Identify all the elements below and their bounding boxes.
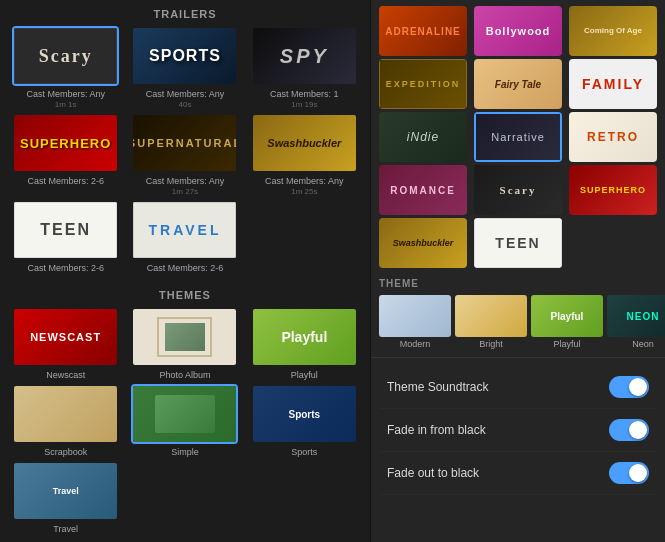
scrapbook-thumbnail[interactable] bbox=[12, 384, 119, 444]
bright-thumbnail[interactable] bbox=[455, 295, 527, 337]
travel-thumbnail[interactable]: TRAVEL bbox=[131, 200, 238, 260]
list-item[interactable]: Playful Playful bbox=[247, 307, 362, 380]
list-item[interactable]: SPY Cast Members: 11m 19s bbox=[247, 26, 362, 109]
bollywood-thumbnail[interactable]: Bollywood bbox=[474, 6, 562, 56]
list-item[interactable]: Narrative bbox=[472, 112, 564, 162]
modern-label: Modern bbox=[400, 339, 431, 349]
adrenaline-thumbnail[interactable]: ADRENALINE bbox=[379, 6, 467, 56]
right-superhero-thumbnail[interactable]: SUPERHERO bbox=[569, 165, 657, 215]
spy-thumbnail[interactable]: SPY bbox=[251, 26, 358, 86]
playful-caption: Playful bbox=[291, 370, 318, 380]
list-item[interactable]: Photo Album bbox=[127, 307, 242, 380]
teen-label: TEEN bbox=[40, 221, 91, 239]
neon-caption: Neon bbox=[632, 339, 654, 349]
list-item[interactable]: FAMILY bbox=[567, 59, 659, 109]
swashbuckler-thumbnail[interactable]: Swashbuckler bbox=[251, 113, 358, 173]
themes-grid: NEWSCAST Newscast Photo Album Playful Pl… bbox=[0, 307, 370, 542]
indie-thumbnail[interactable]: iNdie bbox=[379, 112, 467, 162]
list-item[interactable]: Scary bbox=[472, 165, 564, 215]
list-item[interactable]: Swashbuckler bbox=[377, 218, 469, 268]
list-item[interactable]: NEON Neon bbox=[607, 295, 665, 349]
playful-thumbnail[interactable]: Playful bbox=[251, 307, 358, 367]
fadein-toggle[interactable] bbox=[609, 419, 649, 441]
spy-caption: Cast Members: 11m 19s bbox=[270, 89, 339, 109]
family-thumbnail[interactable]: FAMILY bbox=[569, 59, 657, 109]
teen-thumbnail[interactable]: TEEN bbox=[12, 200, 119, 260]
scary-thumbnail[interactable]: Scary bbox=[12, 26, 119, 86]
list-item[interactable]: SPORTS Cast Members: Any40s bbox=[127, 26, 242, 109]
travel-caption: Cast Members: 2-6 bbox=[147, 263, 224, 273]
fadeout-setting: Fade out to black bbox=[379, 452, 657, 495]
soundtrack-label: Theme Soundtrack bbox=[387, 380, 488, 394]
list-item[interactable]: Bollywood bbox=[472, 6, 564, 56]
narrative-label: Narrative bbox=[491, 131, 545, 143]
newscast-thumbnail[interactable]: NEWSCAST bbox=[12, 307, 119, 367]
list-item[interactable]: ADRENALINE bbox=[377, 6, 469, 56]
right-swashbuckler-thumbnail[interactable]: Swashbuckler bbox=[379, 218, 467, 268]
fairytale-thumbnail[interactable]: Fairy Tale bbox=[474, 59, 562, 109]
supernatural-thumbnail[interactable]: SUPERNATURAL bbox=[131, 113, 238, 173]
modern-thumbnail[interactable] bbox=[379, 295, 451, 337]
list-item[interactable]: Modern bbox=[379, 295, 451, 349]
list-item[interactable]: TEEN Cast Members: 2-6 bbox=[8, 200, 123, 273]
travel2-thumbnail[interactable]: Travel bbox=[12, 461, 119, 521]
list-item[interactable]: RETRO bbox=[567, 112, 659, 162]
list-item[interactable]: EXPEDITION bbox=[377, 59, 469, 109]
list-item[interactable]: Coming Of Age bbox=[567, 6, 659, 56]
list-item[interactable]: TEEN bbox=[472, 218, 564, 268]
narrative-thumbnail[interactable]: Narrative bbox=[474, 112, 562, 162]
settings-section: Theme Soundtrack Fade in from black Fade… bbox=[371, 357, 665, 503]
retro-thumbnail[interactable]: RETRO bbox=[569, 112, 657, 162]
list-item[interactable]: Scary Cast Members: Any1m 1s bbox=[8, 26, 123, 109]
romance-thumbnail[interactable]: ROMANCE bbox=[379, 165, 467, 215]
right-trailers-grid: ADRENALINE Bollywood Coming Of Age EXPED… bbox=[371, 0, 665, 274]
list-item[interactable]: ROMANCE bbox=[377, 165, 469, 215]
sports-thumbnail[interactable]: SPORTS bbox=[131, 26, 238, 86]
list-item[interactable]: SUPERNATURAL Cast Members: Any1m 27s bbox=[127, 113, 242, 196]
comingofage-thumbnail[interactable]: Coming Of Age bbox=[569, 6, 657, 56]
playful-theme-caption: Playful bbox=[553, 339, 580, 349]
scary-label: Scary bbox=[39, 46, 93, 67]
list-item[interactable]: NEWSCAST Newscast bbox=[8, 307, 123, 380]
expedition-thumbnail[interactable]: EXPEDITION bbox=[379, 59, 467, 109]
superhero-label: SUPERHERO bbox=[20, 136, 111, 151]
playful-theme-thumbnail[interactable]: Playful bbox=[531, 295, 603, 337]
comingofage-label: Coming Of Age bbox=[584, 26, 642, 36]
right-teen-thumbnail[interactable]: TEEN bbox=[474, 218, 562, 268]
soundtrack-toggle[interactable] bbox=[609, 376, 649, 398]
photoalbum-thumbnail[interactable] bbox=[131, 307, 238, 367]
list-item[interactable]: Bright bbox=[455, 295, 527, 349]
list-item[interactable]: Sports Sports bbox=[247, 384, 362, 457]
list-item[interactable]: Simple bbox=[127, 384, 242, 457]
theme-section-label: THEME bbox=[371, 274, 665, 291]
retro-label: RETRO bbox=[587, 130, 639, 144]
sports2-thumbnail[interactable]: Sports bbox=[251, 384, 358, 444]
right-scary-thumbnail[interactable]: Scary bbox=[474, 165, 562, 215]
list-item[interactable]: Travel Travel bbox=[8, 461, 123, 534]
sports-caption: Cast Members: Any40s bbox=[146, 89, 225, 109]
list-item[interactable]: SUPERHERO bbox=[567, 165, 659, 215]
list-item[interactable]: Swashbuckler Cast Members: Any1m 25s bbox=[247, 113, 362, 196]
soundtrack-setting: Theme Soundtrack bbox=[379, 366, 657, 409]
family-label: FAMILY bbox=[582, 76, 644, 92]
superhero-thumbnail[interactable]: SUPERHERO bbox=[12, 113, 119, 173]
swashbuckler-label: Swashbuckler bbox=[267, 137, 341, 149]
travel-label: TRAVEL bbox=[149, 222, 222, 238]
list-item[interactable]: Scrapbook bbox=[8, 384, 123, 457]
list-item[interactable]: Fairy Tale bbox=[472, 59, 564, 109]
list-item[interactable]: Playful Playful bbox=[531, 295, 603, 349]
theme-thumbs-row: Modern Bright Playful Playful NEON Neon bbox=[371, 291, 665, 353]
neon-thumbnail[interactable]: NEON bbox=[607, 295, 665, 337]
list-item[interactable]: iNdie bbox=[377, 112, 469, 162]
fadeout-toggle[interactable] bbox=[609, 462, 649, 484]
playful-theme-label: Playful bbox=[551, 311, 584, 322]
simple-thumbnail[interactable] bbox=[131, 384, 238, 444]
list-item[interactable]: SUPERHERO Cast Members: 2-6 bbox=[8, 113, 123, 196]
superhero-caption: Cast Members: 2-6 bbox=[27, 176, 104, 186]
fadein-label: Fade in from black bbox=[387, 423, 486, 437]
list-item[interactable]: TRAVEL Cast Members: 2-6 bbox=[127, 200, 242, 273]
right-superhero-label: SUPERHERO bbox=[580, 185, 646, 195]
fadein-setting: Fade in from black bbox=[379, 409, 657, 452]
expedition-label: EXPEDITION bbox=[386, 79, 461, 89]
simple-caption: Simple bbox=[171, 447, 199, 457]
